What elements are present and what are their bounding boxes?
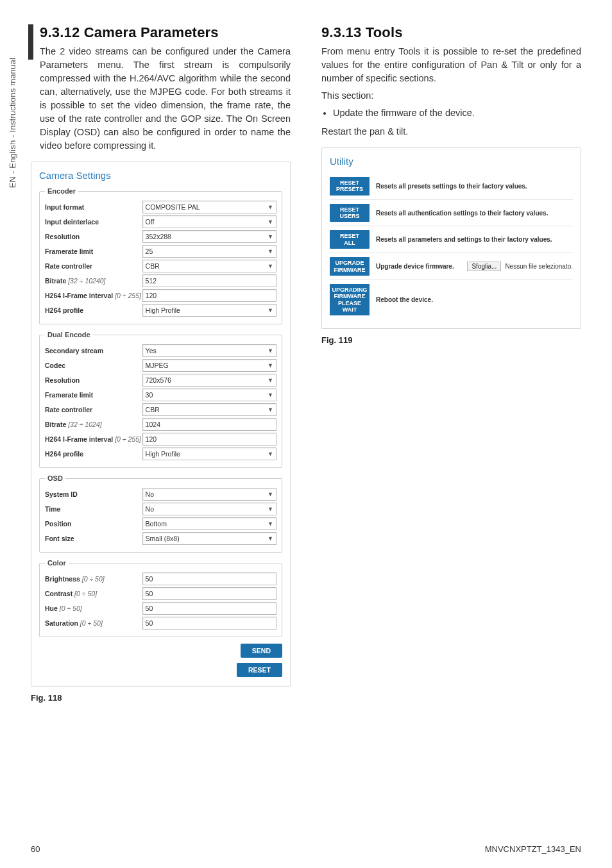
utility-row: RESETUSERSResets all authentication sett…: [330, 199, 573, 226]
setting-value: High Profile: [146, 306, 180, 314]
utility-button[interactable]: UPGRADEFIRMWARE: [330, 257, 370, 276]
chevron-down-icon: ▼: [268, 506, 273, 512]
setting-input[interactable]: 512▼: [142, 274, 276, 287]
reset-button[interactable]: RESET: [237, 663, 282, 677]
setting-label: Framerate limit: [45, 391, 142, 399]
setting-row: Rate controller CBR▼: [45, 260, 276, 272]
setting-row: Resolution 352x288▼: [45, 230, 276, 243]
side-label: EN - English - Instructions manual: [8, 58, 17, 188]
setting-label: Resolution: [45, 376, 142, 384]
setting-label: Codec: [45, 362, 142, 369]
setting-value: 50: [146, 605, 153, 612]
chevron-down-icon: ▼: [268, 233, 273, 240]
panel-title: Camera Settings: [39, 170, 282, 181]
color-legend: Color: [45, 559, 69, 567]
setting-value: 352x288: [146, 233, 171, 240]
chevron-down-icon: ▼: [268, 362, 273, 369]
utility-row: RESETPRESETSResets all presets settings …: [330, 173, 573, 199]
chevron-down-icon: ▼: [268, 307, 273, 313]
setting-row: Bitrate [32 ÷ 10240]512▼: [45, 274, 276, 287]
setting-row: H264 profile High Profile▼: [45, 304, 276, 317]
setting-value: 50: [146, 575, 153, 583]
utility-desc: Upgrade device firmware.: [376, 263, 459, 270]
setting-input[interactable]: 50▼: [142, 587, 276, 600]
setting-row: H264 I-Frame interval [0 ÷ 255]120▼: [45, 289, 276, 302]
setting-label: System ID: [45, 490, 142, 498]
setting-select[interactable]: COMPOSITE PAL▼: [142, 201, 276, 213]
setting-value: MJPEG: [146, 362, 169, 369]
setting-label: Input deinterlace: [45, 218, 142, 226]
section-paragraph: Restart the pan & tilt.: [321, 125, 581, 138]
setting-row: Secondary stream Yes▼: [45, 344, 276, 357]
setting-select[interactable]: Bottom▼: [142, 517, 276, 530]
setting-label: H264 I-Frame interval [0 ÷ 255]: [45, 292, 142, 299]
utility-button[interactable]: RESETALL: [330, 230, 370, 249]
list-item: Update the firmware of the device.: [333, 106, 581, 120]
setting-value: No: [146, 505, 154, 513]
setting-input[interactable]: 50▼: [142, 617, 276, 630]
chevron-down-icon: ▼: [268, 392, 273, 398]
setting-value: CBR: [146, 262, 160, 270]
setting-select[interactable]: CBR▼: [142, 403, 276, 416]
setting-select[interactable]: 720x576▼: [142, 374, 276, 387]
setting-label: Secondary stream: [45, 347, 142, 355]
setting-row: Hue [0 ÷ 50]50▼: [45, 602, 276, 615]
setting-input[interactable]: 1024▼: [142, 418, 276, 431]
setting-input[interactable]: 120▼: [142, 289, 276, 302]
setting-row: Position Bottom▼: [45, 517, 276, 530]
setting-select[interactable]: 30▼: [142, 388, 276, 401]
setting-select[interactable]: Off▼: [142, 215, 276, 228]
accent-bar: [28, 24, 33, 60]
setting-label: Bitrate [32 ÷ 1024]: [45, 421, 142, 428]
setting-select[interactable]: No▼: [142, 488, 276, 501]
browse-wrapper: Sfoglia...Nessun file selezionato.: [467, 262, 573, 271]
utility-button[interactable]: RESETPRESETS: [330, 177, 370, 196]
encoder-fieldset: Encoder Input format COMPOSITE PAL▼Input…: [39, 187, 282, 324]
chevron-down-icon: ▼: [268, 248, 273, 255]
color-fieldset: Color Brightness [0 ÷ 50]50▼Contrast [0 …: [39, 559, 282, 637]
setting-label: H264 profile: [45, 306, 142, 314]
setting-input[interactable]: 50▼: [142, 572, 276, 585]
doc-id: MNVCNXPTZT_1343_EN: [485, 844, 581, 854]
setting-label: Rate controller: [45, 262, 142, 270]
setting-label: Framerate limit: [45, 247, 142, 255]
setting-label: H264 I-Frame interval [0 ÷ 255]: [45, 435, 142, 443]
setting-label: Input format: [45, 203, 142, 211]
setting-select[interactable]: CBR▼: [142, 260, 276, 272]
setting-label: Rate controller: [45, 406, 142, 413]
setting-input[interactable]: 50▼: [142, 602, 276, 615]
browse-button[interactable]: Sfoglia...: [467, 262, 501, 271]
camera-settings-panel: Camera Settings Encoder Input format COM…: [31, 162, 291, 687]
setting-select[interactable]: High Profile▼: [142, 304, 276, 317]
setting-row: Input deinterlace Off▼: [45, 215, 276, 228]
setting-value: Yes: [146, 347, 157, 355]
utility-panel: Utility RESETPRESETSResets all presets s…: [321, 147, 581, 329]
setting-select[interactable]: MJPEG▼: [142, 359, 276, 372]
setting-input[interactable]: 120▼: [142, 433, 276, 446]
setting-row: Time No▼: [45, 503, 276, 515]
chevron-down-icon: ▼: [268, 377, 273, 383]
utility-button[interactable]: UPGRADINGFIRMWAREPLEASEWAIT: [330, 284, 370, 315]
setting-value: 25: [146, 247, 153, 255]
setting-row: Bitrate [32 ÷ 1024]1024▼: [45, 418, 276, 431]
setting-hint: [0 ÷ 50]: [74, 590, 97, 597]
setting-value: 30: [146, 391, 153, 399]
chevron-down-icon: ▼: [268, 451, 273, 457]
setting-hint: [0 ÷ 255]: [115, 292, 141, 299]
setting-select[interactable]: High Profile▼: [142, 447, 276, 460]
setting-row: Resolution 720x576▼: [45, 374, 276, 387]
send-button[interactable]: SEND: [241, 644, 282, 658]
setting-select[interactable]: Small (8x8)▼: [142, 532, 276, 545]
setting-row: Brightness [0 ÷ 50]50▼: [45, 572, 276, 585]
setting-row: Font size Small (8x8)▼: [45, 532, 276, 545]
setting-value: 720x576: [146, 376, 171, 384]
utility-button[interactable]: RESETUSERS: [330, 204, 370, 222]
setting-label: Time: [45, 505, 142, 513]
setting-select[interactable]: Yes▼: [142, 344, 276, 357]
dual-encode-fieldset: Dual Encode Secondary stream Yes▼Codec M…: [39, 331, 282, 468]
setting-row: H264 I-Frame interval [0 ÷ 255]120▼: [45, 433, 276, 446]
setting-select[interactable]: 352x288▼: [142, 230, 276, 243]
setting-select[interactable]: 25▼: [142, 245, 276, 258]
setting-select[interactable]: No▼: [142, 503, 276, 515]
chevron-down-icon: ▼: [268, 521, 273, 527]
